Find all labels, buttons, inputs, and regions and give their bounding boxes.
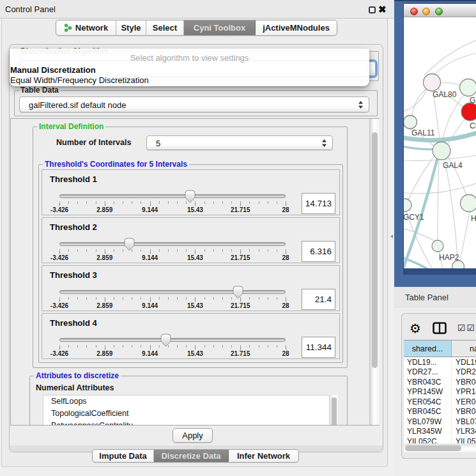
- table-horizontal-scrollbar-thumb[interactable]: [405, 445, 461, 451]
- slider-scale-labels: -3.426 2.859 9.144 15.43 21.715 28: [42, 350, 339, 358]
- table-row[interactable]: YER054CYER054C: [404, 397, 476, 407]
- threshold-1-value-field[interactable]: 14.713: [302, 193, 335, 214]
- tab-network[interactable]: Network: [56, 20, 116, 35]
- cell[interactable]: YBL079W: [452, 417, 476, 426]
- list-item[interactable]: BetweennessCentrality: [43, 420, 337, 426]
- checkbox-icons[interactable]: ☑☑: [457, 323, 476, 333]
- table-header-shared-name[interactable]: shared...: [404, 341, 452, 357]
- dropdown-option-manual-discretization[interactable]: Manual Discretization: [10, 65, 96, 75]
- table-data-combobox-value: galFiltered.sif default node: [29, 100, 126, 109]
- control-panel-titlebar[interactable]: [0, 0, 394, 19]
- node-gal4[interactable]: [433, 142, 450, 160]
- tick-label: 9.144: [142, 206, 158, 213]
- apply-button[interactable]: Apply: [173, 428, 213, 443]
- float-window-icon[interactable]: [369, 6, 376, 13]
- network-window-titlebar[interactable]: [404, 4, 476, 17]
- list-item[interactable]: SelfLoops: [43, 395, 337, 408]
- tick-label: -3.426: [50, 206, 68, 213]
- apply-button-label: Apply: [182, 431, 203, 440]
- zoom-traffic-light[interactable]: [435, 8, 443, 15]
- threshold-2-value-field[interactable]: 6.316: [302, 241, 335, 262]
- table-header-name[interactable]: name: [452, 341, 476, 357]
- table-data-group-title: Table Data: [19, 86, 61, 95]
- cell[interactable]: YER054C: [452, 397, 476, 406]
- threshold-3-value-field[interactable]: 21.4: [302, 289, 335, 310]
- number-of-intervals-combobox[interactable]: 5: [146, 135, 333, 150]
- node-gal80[interactable]: [424, 74, 441, 91]
- tab-impute-data[interactable]: Impute Data: [93, 450, 154, 462]
- cell[interactable]: YBR043C: [452, 378, 476, 387]
- threshold-3-slider-thumb[interactable]: [233, 286, 243, 299]
- network-canvas[interactable]: GAL80 GAL3 CRP1 GAL11 GAL4 GCY1 HAP4 HAP…: [404, 17, 476, 268]
- cell[interactable]: YBR045C: [404, 407, 452, 416]
- tab-select[interactable]: Select: [146, 20, 184, 35]
- table-row[interactable]: YBL079WYBL079W: [404, 417, 476, 427]
- table-row[interactable]: YIL052CYIL052C: [404, 436, 476, 443]
- tab-style[interactable]: Style: [116, 20, 146, 35]
- table-row[interactable]: YBR045CYBR045C: [404, 407, 476, 417]
- cell[interactable]: YDL19...: [404, 358, 452, 367]
- cell[interactable]: YPR145W: [404, 387, 452, 396]
- threshold-2-slider-thumb[interactable]: [124, 238, 135, 251]
- node-hap2[interactable]: [432, 240, 443, 252]
- close-icon[interactable]: ✖: [378, 4, 387, 15]
- cell[interactable]: YDR27...: [452, 367, 476, 376]
- cell[interactable]: YLR345W: [404, 427, 452, 436]
- cell[interactable]: YER054C: [404, 397, 452, 406]
- table-row[interactable]: YDR27...YDR27...: [404, 367, 476, 378]
- close-traffic-light[interactable]: [410, 8, 418, 15]
- cell[interactable]: YBR043C: [404, 378, 452, 387]
- threshold-3-slider-track[interactable]: [59, 290, 286, 294]
- tick-label: 15.43: [187, 254, 203, 261]
- tick-label: 28: [282, 302, 289, 309]
- threshold-1-slider-track[interactable]: [59, 194, 286, 198]
- slider-scale-labels: -3.426 2.859 9.144 15.43 21.715 28: [42, 302, 339, 310]
- tab-jactivemnodules[interactable]: jActiveMNodules: [256, 20, 337, 35]
- gear-icon[interactable]: ⚙: [410, 321, 421, 336]
- tick-label: 28: [282, 206, 289, 213]
- minimize-traffic-light[interactable]: [422, 8, 430, 15]
- threshold-4-slider-track[interactable]: [59, 338, 286, 342]
- dropdown-prompt-item[interactable]: Select algorithm to view settings: [10, 53, 369, 63]
- table-row[interactable]: YPR145WYPR145W: [404, 387, 476, 397]
- cell[interactable]: YBL079W: [404, 417, 452, 426]
- threshold-4-value-field[interactable]: 11.344: [302, 337, 335, 358]
- threshold-1-slider-thumb[interactable]: [185, 190, 196, 203]
- table-row[interactable]: YBR043CYBR043C: [404, 377, 476, 387]
- slider-minor-ticks: [59, 297, 287, 300]
- split-column-icon[interactable]: [433, 322, 447, 334]
- tab-cyni-toolbox[interactable]: Cyni Toolbox: [184, 20, 256, 35]
- numerical-attributes-list[interactable]: SelfLoops TopologicalCoefficient Between…: [43, 395, 338, 426]
- dropdown-option-equal-width[interactable]: Equal Width/Frequency Discretization: [10, 75, 149, 85]
- cell[interactable]: YDL19...: [452, 358, 476, 367]
- threshold-4-panel: Threshold 4 -3.426 2.859 9.144 15.43 21.…: [42, 313, 340, 359]
- table-row[interactable]: YDL19...YDL19...: [404, 357, 476, 367]
- split-divider-handle[interactable]: [390, 234, 393, 238]
- tab-label: jActiveMNodules: [263, 23, 330, 33]
- table-data-combobox[interactable]: galFiltered.sif default node: [19, 96, 369, 112]
- settings-scroll-viewport: Interval Definition Number of Intervals …: [10, 118, 380, 426]
- cell[interactable]: YLR345W: [452, 427, 476, 436]
- tab-discretize-data[interactable]: Discretize Data: [154, 450, 229, 462]
- node-table[interactable]: shared... name YDL19...YDL19... YDR27...…: [404, 340, 476, 443]
- table-row[interactable]: YLR345WYLR345W: [404, 427, 476, 437]
- node-gal3[interactable]: [460, 79, 476, 96]
- cell[interactable]: YDR27...: [404, 367, 452, 376]
- cell[interactable]: YIL052C: [404, 437, 452, 443]
- node-gcy1[interactable]: [404, 199, 411, 211]
- threshold-4-slider-thumb[interactable]: [160, 334, 171, 347]
- node-red[interactable]: [461, 103, 476, 121]
- attributes-list-scrollbar-thumb[interactable]: [332, 397, 337, 426]
- list-item[interactable]: TopologicalCoefficient: [43, 408, 337, 420]
- cell[interactable]: YIL052C: [452, 437, 476, 443]
- tick-label: -3.426: [50, 302, 68, 309]
- cell[interactable]: YBR045C: [452, 407, 476, 416]
- tab-infer-network[interactable]: Infer Network: [229, 450, 298, 462]
- node-gal11[interactable]: [404, 116, 417, 129]
- settings-vertical-scrollbar-thumb[interactable]: [372, 132, 378, 368]
- numerical-attributes-label: Numerical Attributes: [36, 383, 114, 392]
- node-hap4[interactable]: [461, 195, 476, 212]
- threshold-2-slider-track[interactable]: [59, 242, 286, 246]
- node-label: GAL4: [443, 161, 463, 170]
- cell[interactable]: YPR145W: [452, 387, 476, 396]
